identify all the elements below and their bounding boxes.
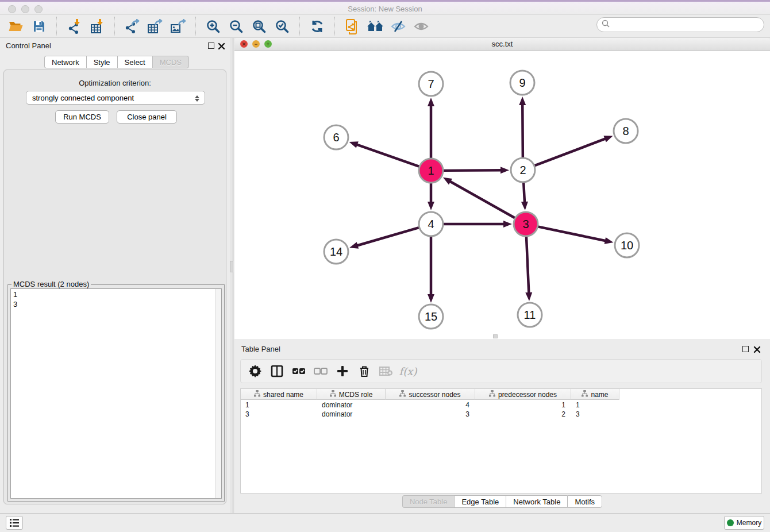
status-bar: Memory: [0, 513, 770, 532]
table-tabs: Node TableEdge TableNetwork TableMotifs: [234, 495, 770, 508]
table-toolbar: f(x): [240, 359, 762, 383]
table-float-icon[interactable]: [742, 346, 749, 352]
control-panel-title: Control Panel: [6, 41, 51, 50]
save-session-icon[interactable]: [28, 17, 51, 36]
edge-3-11[interactable]: [526, 236, 529, 295]
criterion-value: strongly connected component: [32, 94, 134, 102]
edge-1-2[interactable]: [442, 170, 503, 171]
table-cell[interactable]: 2: [475, 410, 571, 419]
run-mcds-button[interactable]: Run MCDS: [55, 110, 109, 124]
graph-node-label-7: 7: [428, 78, 434, 90]
tab-mcds[interactable]: MCDS: [152, 56, 189, 68]
zoom-selected-icon[interactable]: [271, 17, 294, 36]
graph-node-label-11: 11: [524, 309, 536, 321]
show-all-networks-icon[interactable]: [364, 17, 387, 36]
zoom-fit-icon[interactable]: [248, 17, 271, 36]
graph-node-label-8: 8: [622, 125, 629, 137]
control-panel-tabs: NetworkStyleSelectMCDS: [44, 56, 189, 68]
network-splitter-grip[interactable]: [493, 334, 498, 338]
graph-node-label-6: 6: [333, 131, 339, 144]
memory-button[interactable]: Memory: [724, 516, 764, 530]
import-table-icon[interactable]: [86, 17, 109, 36]
column-header-successor-nodes[interactable]: successor nodes: [386, 389, 475, 400]
table-cell[interactable]: dominator: [317, 410, 386, 419]
edge-arrow-2-8: [603, 136, 613, 142]
delete-column-icon[interactable]: [355, 361, 374, 381]
tab-network-table[interactable]: Network Table: [506, 495, 567, 508]
table-cell[interactable]: 1: [241, 400, 317, 410]
export-table-icon[interactable]: [144, 17, 167, 36]
table-cell[interactable]: 3: [241, 410, 317, 419]
edge-arrow-1-2: [500, 167, 509, 174]
panel-splitter[interactable]: [230, 38, 234, 513]
export-image-icon[interactable]: [167, 17, 190, 36]
zoom-in-icon[interactable]: [202, 17, 225, 36]
graph-node-label-9: 9: [519, 76, 525, 89]
edge-arrow-4-14: [349, 242, 359, 249]
table-cell[interactable]: 3: [386, 410, 475, 419]
graph-node-label-14: 14: [330, 245, 342, 258]
session-title: Session: New Session: [0, 5, 770, 13]
table-row[interactable]: 1dominator411: [241, 400, 619, 410]
optimization-criterion-label: Optimization criterion:: [4, 79, 226, 87]
tab-edge-table[interactable]: Edge Table: [454, 495, 506, 508]
import-network-icon[interactable]: [63, 17, 86, 36]
export-network-icon[interactable]: [121, 17, 144, 36]
network-title: scc.txt: [234, 40, 770, 48]
edge-2-8[interactable]: [534, 138, 607, 165]
table-cell[interactable]: 1: [571, 400, 619, 410]
search-input[interactable]: [613, 21, 759, 29]
column-header-predecessor-nodes[interactable]: predecessor nodes: [475, 389, 571, 400]
tab-network[interactable]: Network: [44, 56, 86, 68]
graph-node-label-4: 4: [428, 218, 434, 230]
node-table[interactable]: shared name MCDS role successor nodes pr…: [240, 388, 762, 494]
task-history-button[interactable]: [6, 516, 23, 530]
table-cell[interactable]: 4: [386, 400, 475, 410]
toolbar-separator: [195, 17, 196, 36]
float-panel-icon[interactable]: [208, 43, 214, 49]
graph-node-label-15: 15: [425, 310, 437, 323]
edge-1-6[interactable]: [355, 144, 420, 167]
table-close-icon[interactable]: [753, 345, 761, 353]
edge-2-9[interactable]: [522, 103, 523, 159]
table-row[interactable]: 3dominator323: [241, 410, 619, 419]
network-canvas[interactable]: 7968124314101511: [234, 51, 770, 339]
column-header-MCDS-role[interactable]: MCDS role: [317, 389, 386, 400]
column-header-name[interactable]: name: [571, 389, 619, 400]
tab-select[interactable]: Select: [117, 56, 152, 68]
zoom-out-icon[interactable]: [225, 17, 248, 36]
hide-graphics-icon[interactable]: [387, 17, 410, 36]
network-window-titlebar[interactable]: ✕ − + scc.txt: [234, 38, 770, 51]
columns-icon[interactable]: [267, 361, 287, 381]
table-cell[interactable]: 3: [571, 410, 619, 419]
tab-node-table[interactable]: Node Table: [402, 495, 455, 508]
edge-2-3[interactable]: [523, 182, 525, 204]
result-scrollbar[interactable]: [215, 289, 221, 498]
select-all-icon[interactable]: [289, 361, 309, 381]
table-cell[interactable]: 1: [475, 400, 571, 410]
settings-icon[interactable]: [245, 361, 265, 381]
add-column-icon[interactable]: [333, 361, 352, 381]
criterion-select[interactable]: strongly connected component: [26, 91, 205, 105]
network-graph[interactable]: 7968124314101511: [234, 51, 770, 339]
new-network-icon[interactable]: [341, 17, 364, 36]
splitter-grip[interactable]: [230, 261, 233, 272]
edge-4-14[interactable]: [356, 228, 420, 246]
main-toolbar: [0, 15, 770, 38]
open-session-icon[interactable]: [5, 17, 28, 36]
search-box[interactable]: [596, 17, 764, 32]
close-panel-icon[interactable]: [218, 42, 225, 49]
edge-3-1[interactable]: [448, 180, 515, 218]
table-cell[interactable]: dominator: [317, 400, 386, 410]
mcds-result-text[interactable]: 13: [10, 288, 222, 499]
toolbar-group: [58, 15, 113, 38]
network-view-window: ✕ − + scc.txt 7968124314101511: [234, 38, 770, 339]
close-panel-button[interactable]: Close panel: [117, 110, 177, 124]
select-stepper-icon: [194, 94, 201, 103]
tab-motifs[interactable]: Motifs: [567, 495, 602, 508]
column-header-shared-name[interactable]: shared name: [241, 389, 317, 400]
deselect-all-icon[interactable]: [311, 361, 330, 381]
apply-layout-icon[interactable]: [306, 17, 329, 36]
tab-style[interactable]: Style: [86, 56, 117, 68]
edge-3-10[interactable]: [537, 226, 607, 241]
